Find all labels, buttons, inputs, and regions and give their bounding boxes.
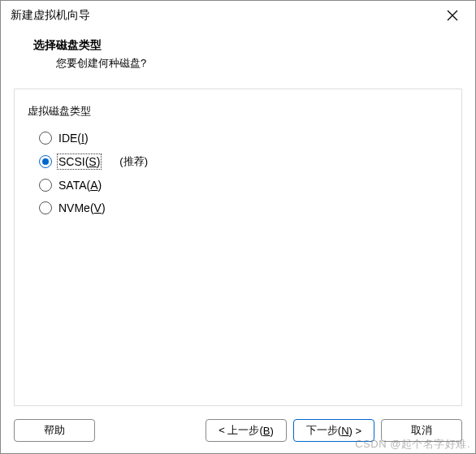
titlebar: 新建虚拟机向导 <box>1 1 475 30</box>
cancel-button[interactable]: 取消 <box>381 419 462 442</box>
next-button[interactable]: 下一步(N) > <box>293 419 374 442</box>
radio-label: IDE(I) <box>58 132 89 145</box>
page-heading: 选择磁盘类型 <box>33 38 452 53</box>
wizard-header: 选择磁盘类型 您要创建何种磁盘? <box>1 30 475 84</box>
radio-icon <box>39 201 52 214</box>
back-button[interactable]: < 上一步(B) <box>206 419 287 442</box>
wizard-window: 新建虚拟机向导 选择磁盘类型 您要创建何种磁盘? 虚拟磁盘类型 IDE(I) S… <box>0 0 476 454</box>
page-subheading: 您要创建何种磁盘? <box>33 56 452 71</box>
radio-option-nvme[interactable]: NVMe(V) <box>28 197 448 219</box>
radio-icon <box>39 179 52 192</box>
close-button[interactable] <box>436 3 469 28</box>
group-label: 虚拟磁盘类型 <box>28 104 448 119</box>
radio-option-sata[interactable]: SATA(A) <box>28 174 448 197</box>
radio-icon <box>39 132 52 145</box>
radio-icon <box>39 155 52 168</box>
radio-label: SATA(A) <box>58 179 102 192</box>
footer: 帮助 < 上一步(B) 下一步(N) > 取消 <box>1 411 475 453</box>
content-panel: 虚拟磁盘类型 IDE(I) SCSI(S) (推荐) SATA(A) NVMe(… <box>14 89 462 406</box>
close-icon <box>447 10 458 21</box>
radio-option-scsi[interactable]: SCSI(S) (推荐) <box>28 149 448 174</box>
help-button[interactable]: 帮助 <box>14 419 95 442</box>
radio-label: SCSI(S) <box>58 155 100 168</box>
radio-label: NVMe(V) <box>58 201 106 214</box>
window-title: 新建虚拟机向导 <box>11 8 436 23</box>
recommended-tag: (推荐) <box>119 154 148 169</box>
radio-option-ide[interactable]: IDE(I) <box>28 127 448 149</box>
